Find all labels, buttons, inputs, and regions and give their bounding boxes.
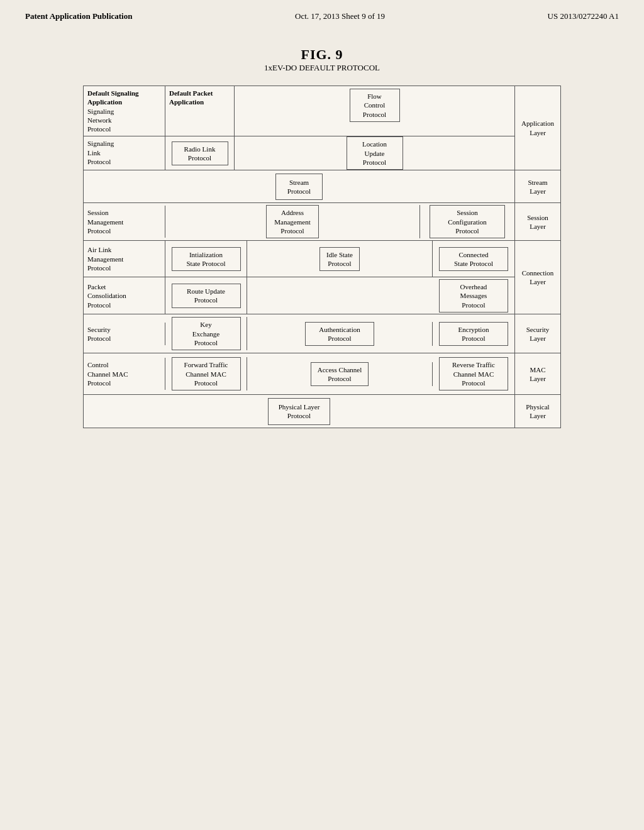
connected-state-label: ConnectedState Protocol: [454, 251, 493, 267]
stream-protocol-label: StreamProtocol: [287, 179, 311, 195]
control-channel-cell: ControlChannel MACProtocol: [84, 358, 165, 390]
idle-state-label: Idle StateProtocol: [326, 251, 353, 267]
publication-label: Patent Application Publication: [25, 11, 132, 21]
authentication-label: AuthenticationProtocol: [319, 326, 360, 342]
figure-subtitle: 1xEV-DO DEFAULT PROTOCOL: [0, 63, 644, 73]
flow-control-cell: FlowControlProtocol: [350, 89, 400, 122]
radio-link-cell: Radio LinkProtocol: [172, 141, 228, 166]
session-configuration-cell: SessionConfigurationProtocol: [430, 205, 505, 238]
conn-bottom-row: PacketConsolidationProtocol Route Update…: [84, 277, 514, 314]
stream-protocol-cell: StreamProtocol: [275, 174, 323, 201]
encryption-label: EncryptionProtocol: [458, 326, 489, 342]
default-packet-cell: Default Packet Application: [165, 86, 235, 136]
physical-protocol-label: Physical LayerProtocol: [279, 403, 320, 419]
sig-link-left: SignalingLinkProtocol: [84, 136, 165, 170]
route-update-label: Route UpdateProtocol: [187, 287, 225, 304]
address-management-cell: AddressManagementProtocol: [266, 205, 318, 238]
packet-consolidation-label: PacketConsolidationProtocol: [87, 282, 126, 309]
patent-number-label: US 2013/0272240 A1: [548, 11, 619, 21]
authentication-area: AuthenticationProtocol: [247, 322, 433, 346]
session-layer-content: SessionManagementProtocol AddressManagem…: [84, 203, 515, 240]
authentication-cell: AuthenticationProtocol: [305, 322, 374, 346]
connection-layer-content: Air LinkManagementProtocol Intialization…: [84, 241, 515, 314]
forward-traffic-label: Forward TrafficChannel MACProtocol: [184, 361, 228, 387]
security-protocol-label: SecurityProtocol: [87, 325, 111, 343]
security-layer-row: SecurityProtocol KeyExchangeProtocol Aut…: [84, 314, 560, 353]
key-exchange-cell: KeyExchangeProtocol: [172, 317, 241, 350]
mac-layer-content: ControlChannel MACProtocol Forward Traff…: [84, 353, 515, 394]
overhead-messages-area: OverheadMessagesProtocol: [247, 277, 514, 314]
application-layer-row: Default Signaling Application Signaling …: [84, 86, 560, 170]
physical-protocol-cell: Physical LayerProtocol: [268, 398, 331, 425]
stream-layer-label: Stream Layer: [515, 170, 560, 202]
session-configuration-label: SessionConfigurationProtocol: [448, 209, 487, 235]
page-header: Patent Application Publication Oct. 17, …: [0, 0, 644, 28]
idle-state-area: Idle StateProtocol: [247, 241, 433, 277]
control-channel-label: ControlChannel MACProtocol: [87, 360, 128, 387]
initialization-state-area: IntializationState Protocol: [165, 241, 247, 277]
access-channel-area: Access ChannelProtocol: [247, 362, 433, 387]
location-update-cell: LocationUpdateProtocol: [347, 136, 403, 170]
encryption-area: EncryptionProtocol: [433, 322, 514, 346]
initialization-state-cell: IntializationState Protocol: [172, 247, 241, 272]
overhead-messages-label: OverheadMessagesProtocol: [460, 283, 487, 309]
conn-top-row: Air LinkManagementProtocol Intialization…: [84, 241, 514, 277]
radio-link-label: Radio LinkProtocol: [184, 145, 216, 162]
initialization-state-label: IntializationState Protocol: [186, 251, 225, 267]
security-protocol-cell: SecurityProtocol: [84, 323, 165, 346]
encryption-cell: EncryptionProtocol: [439, 322, 508, 346]
session-layer-row: SessionManagementProtocol AddressManagem…: [84, 203, 560, 241]
route-update-area: Route UpdateProtocol: [165, 277, 247, 314]
radio-link-area: Radio LinkProtocol: [165, 136, 235, 170]
signaling-link-label: SignalingLinkProtocol: [87, 140, 114, 165]
diagram-wrapper: Default Signaling Application Signaling …: [0, 86, 644, 428]
overhead-messages-cell: OverheadMessagesProtocol: [439, 279, 508, 313]
packet-consolidation-cell: PacketConsolidationProtocol: [84, 277, 165, 314]
app-bottom-row: SignalingLinkProtocol Radio LinkProtocol…: [84, 136, 514, 170]
application-layer-label: Application Layer: [515, 86, 560, 170]
connection-layer-row: Air LinkManagementProtocol Intialization…: [84, 241, 560, 314]
signaling-link-cell: SignalingLinkProtocol: [84, 136, 165, 169]
default-signaling-label: Default Signaling Application: [87, 89, 139, 106]
physical-layer-content: Physical LayerProtocol: [84, 395, 515, 428]
forward-traffic-cell: Forward TrafficChannel MACProtocol: [172, 357, 241, 390]
figure-title-block: FIG. 9 1xEV-DO DEFAULT PROTOCOL: [0, 47, 644, 73]
key-exchange-area: KeyExchangeProtocol: [165, 317, 247, 350]
connected-state-cell: ConnectedState Protocol: [439, 247, 508, 272]
physical-layer-row: Physical LayerProtocol Physical Layer: [84, 395, 560, 428]
figure-title: FIG. 9: [0, 47, 644, 63]
session-management-label: SessionManagementProtocol: [87, 208, 123, 235]
flow-control-area: FlowControlProtocol: [235, 86, 514, 136]
protocol-diagram: Default Signaling Application Signaling …: [83, 86, 561, 428]
flow-control-label: FlowControlProtocol: [363, 92, 386, 119]
air-link-management-cell: Air LinkManagementProtocol: [84, 241, 165, 277]
stream-layer-content: StreamProtocol: [84, 170, 515, 202]
session-configuration-area: SessionConfigurationProtocol: [420, 205, 514, 238]
access-channel-cell: Access ChannelProtocol: [311, 362, 369, 387]
reverse-traffic-area: Reverse TrafficChannel MACProtocol: [433, 357, 514, 390]
stream-layer-row: StreamProtocol Stream Layer: [84, 170, 560, 203]
security-layer-content: SecurityProtocol KeyExchangeProtocol Aut…: [84, 314, 515, 353]
air-link-management-label: Air LinkManagementProtocol: [87, 245, 123, 272]
default-signaling-cell: Default Signaling Application Signaling …: [84, 86, 165, 136]
app-top-row: Default Signaling Application Signaling …: [84, 86, 514, 136]
connection-layer-label: Connection Layer: [515, 241, 560, 314]
access-channel-label: Access ChannelProtocol: [318, 366, 362, 382]
signaling-network-label: Signaling Network Protocol: [87, 108, 114, 133]
reverse-traffic-cell: Reverse TrafficChannel MACProtocol: [439, 357, 508, 390]
route-update-cell: Route UpdateProtocol: [172, 284, 241, 308]
forward-traffic-area: Forward TrafficChannel MACProtocol: [165, 357, 247, 390]
default-packet-label: Default Packet Application: [169, 89, 213, 106]
application-layer-content: Default Signaling Application Signaling …: [84, 86, 515, 170]
location-update-label: LocationUpdateProtocol: [362, 140, 387, 166]
address-management-area: AddressManagementProtocol: [165, 205, 420, 238]
connected-state-area: ConnectedState Protocol: [433, 241, 514, 277]
location-update-area: LocationUpdateProtocol: [235, 136, 514, 170]
key-exchange-label: KeyExchangeProtocol: [192, 321, 219, 346]
physical-layer-label: Physical Layer: [515, 395, 560, 428]
security-layer-label: Security Layer: [515, 314, 560, 353]
idle-state-cell: Idle StateProtocol: [319, 247, 360, 272]
address-management-label: AddressManagementProtocol: [274, 209, 310, 235]
reverse-traffic-label: Reverse TrafficChannel MACProtocol: [452, 361, 495, 387]
session-management-cell: SessionManagementProtocol: [84, 206, 165, 238]
